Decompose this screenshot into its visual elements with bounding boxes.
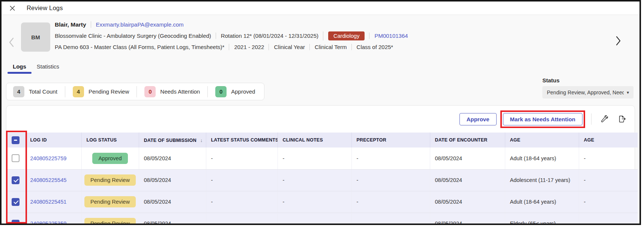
log-id-link[interactable]: 240805225451 [30,199,67,205]
table-row: 240805225545Pending Review08/05/2024---0… [6,169,638,191]
latest_status_comments-cell: - [206,191,278,213]
preceptor-cell: - [351,169,430,191]
mark-needs-attention-button[interactable]: Mark as Needs Attention [503,113,583,125]
count-label: Pending Review [89,88,129,95]
modal-topbar: Review Logs [2,1,639,15]
count-label: Total Count [29,88,57,95]
class-of: Class of 2025* [351,44,393,50]
age_2-cell: - [579,169,638,191]
column-header-date_of_encounter[interactable]: DATE OF ENCOUNTER [430,133,505,148]
column-header-label: LATEST STATUS COMMENTS [211,137,278,143]
page-title: Review Logs [27,4,63,12]
table-row: 240805225359Pending Review08/05/2024---0… [6,213,638,225]
log-id-link[interactable]: 240805225359 [30,221,67,225]
date_of_encounter-cell: 08/05/2024 [430,169,505,191]
logs-table: LOG IDLOG STATUSDATE OF SUBMISSION↓LATES… [6,133,638,225]
placement-id-link[interactable]: PM00101364 [369,33,408,39]
log-id-link[interactable]: 240805225759 [30,155,67,161]
previous-student-button[interactable] [8,37,16,48]
table-body: 240805225759Approved08/05/2024---08/05/2… [6,148,638,225]
specialty-chip: Cardiology [323,31,365,40]
age-cell: Adult (18-64 years) [505,148,579,169]
log-status-cell: Pending Review [81,169,139,191]
clinic-site: Blossomvale Clinic - Ambulatory Surgery … [55,33,211,39]
student-email[interactable]: Exxmarty.blairpaPA@example.com [91,21,184,28]
select-all-header-cell [6,133,25,148]
count-badge: 4 [13,86,24,97]
export-icon[interactable] [616,113,628,125]
log-status-cell: Pending Review [81,191,139,213]
main-area: BM Blair, Marty Exxmarty.blairpaPA@examp… [2,15,639,225]
column-header-clinical_notes[interactable]: CLINICAL NOTES [278,133,351,148]
row-checkbox[interactable] [12,198,20,206]
summary-counts-card: 4Total Count4Pending Review0Needs Attent… [6,83,264,100]
age_2-cell: - [579,213,638,225]
column-header-log_id[interactable]: LOG ID [25,133,81,148]
status-filter-value: Pending Review, Approved, Needs... [547,89,624,95]
tab-statistics[interactable]: Statistics [32,60,65,75]
age_2-cell: - [579,148,638,169]
log-id-cell: 240805225451 [25,191,81,213]
column-header-latest_status_comments[interactable]: LATEST STATUS COMMENTS [206,133,278,148]
status-badge: Pending Review [84,218,136,225]
column-header-age_2[interactable]: AGE [579,133,638,148]
log-id-cell: 240805225545 [25,169,81,191]
preceptor-cell: - [351,191,430,213]
select-all-checkbox[interactable] [12,136,20,144]
count-badge: 0 [215,86,227,97]
column-header-date_of_submission[interactable]: DATE OF SUBMISSION↓ [139,133,206,148]
date_of_submission-cell: 08/05/2024 [139,169,206,191]
tab-bar: LogsStatistics [8,60,65,75]
latest_status_comments-cell: - [206,169,278,191]
summary-item: 4Pending Review [65,86,137,97]
latest_status_comments-cell: - [206,148,278,169]
tab-label: Statistics [37,63,59,70]
column-header-preceptor[interactable]: PRECEPTOR [351,133,430,148]
summary-item: 0Needs Attention [137,86,208,97]
tools-wrench-icon[interactable] [598,113,609,125]
toolbar-divider [591,113,591,125]
student-name: Blair, Marty [55,21,86,28]
column-header-label: LOG STATUS [87,137,117,143]
count-label: Needs Attention [160,88,200,95]
preceptor-cell: - [351,213,430,225]
column-header-age[interactable]: AGE [505,133,579,148]
row-checkbox[interactable] [12,176,20,184]
preceptor-cell: - [351,148,430,169]
specialty-chip: Cardiology [328,31,365,40]
row-checkbox[interactable] [12,154,20,162]
column-header-label: LOG ID [30,137,47,143]
tab-logs[interactable]: Logs [8,60,32,75]
clinical-year: Clinical Year [269,44,305,50]
log-id-cell: 240805225759 [25,148,81,169]
table-header-row: LOG IDLOG STATUSDATE OF SUBMISSION↓LATES… [6,133,638,148]
avatar: BM [21,22,50,52]
row-checkbox[interactable] [12,220,20,225]
row-select-cell [6,148,25,169]
status-badge: Approved [92,153,128,164]
column-header-status[interactable]: LOG STATUS [81,133,139,148]
column-header-label: PRECEPTOR [357,137,386,143]
student-info: Blair, Marty Exxmarty.blairpaPA@example.… [55,19,408,52]
status-filter-select[interactable]: Pending Review, Approved, Needs... ▾ [542,86,633,98]
age-cell: Adult (18-64 years) [505,191,579,213]
log-id-link[interactable]: 240805225545 [30,177,67,183]
chevron-down-icon: ▾ [627,90,629,95]
summary-item: 0Approved [208,86,263,97]
review-logs-modal: Review Logs BM Blair, Marty Exxmarty.bla… [0,0,641,225]
next-student-button[interactable] [614,35,622,46]
approve-button[interactable]: Approve [459,113,497,125]
row-select-cell [6,191,25,213]
column-header-label: DATE OF ENCOUNTER [435,137,488,143]
table-header: LOG IDLOG STATUSDATE OF SUBMISSION↓LATES… [6,133,638,148]
student-info-line-2: Blossomvale Clinic - Ambulatory Surgery … [55,31,408,41]
status-badge: Pending Review [84,174,136,186]
age-cell: Adolescent (11-17 years) [505,169,579,191]
count-badge: 4 [73,86,84,97]
date_of_submission-cell: 08/05/2024 [139,191,206,213]
status-badge: Pending Review [84,196,136,207]
sort-desc-icon: ↓ [200,137,203,143]
clinical_notes-cell: - [278,148,351,169]
close-icon[interactable] [9,4,16,12]
age-cell: Elderly (65< years) [505,213,579,225]
